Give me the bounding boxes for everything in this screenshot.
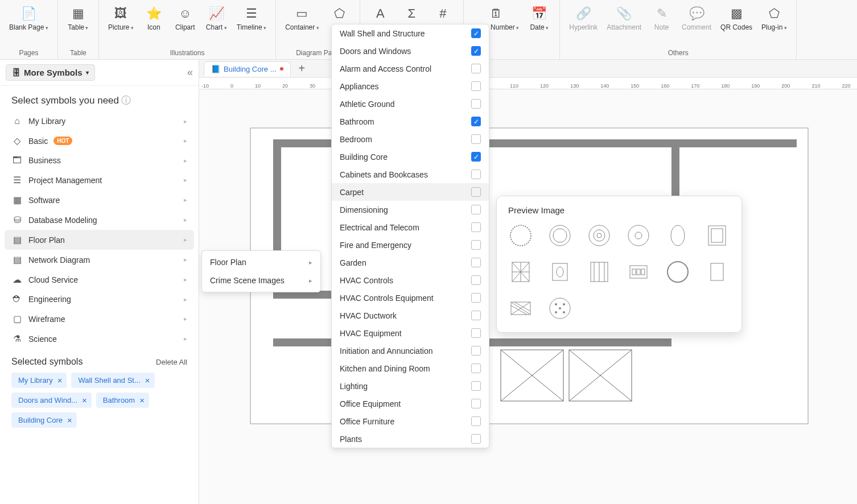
preview-shape-2[interactable]: [587, 223, 612, 248]
ribbon-note-button[interactable]: ✎Note: [646, 2, 677, 48]
tag-my-library[interactable]: My Library×: [11, 373, 67, 388]
category-database-modeling[interactable]: ⛁ Database Modeling ▸: [5, 210, 194, 230]
ribbon-chart-button[interactable]: 📈Chart: [201, 2, 232, 48]
tab-building-core[interactable]: 📘 Building Core ...: [204, 61, 291, 76]
checkbox[interactable]: ✓: [471, 28, 481, 38]
help-icon[interactable]: ⓘ: [121, 94, 131, 107]
symbol-option-fire-and-emergency[interactable]: Fire and Emergency: [332, 236, 489, 254]
symbol-option-kitchen-and-dining-room[interactable]: Kitchen and Dining Room: [332, 360, 489, 377]
ribbon-qr-codes-button[interactable]: ▩QR Codes: [716, 2, 757, 48]
symbol-option-electrical-and-telecom[interactable]: Electrical and Telecom: [332, 218, 489, 236]
symbol-option-athletic-ground[interactable]: Athletic Ground: [332, 95, 489, 113]
checkbox[interactable]: [471, 363, 481, 373]
category-wireframe[interactable]: ▢ Wireframe ▸: [5, 309, 194, 329]
symbol-option-hvac-controls-equipment[interactable]: HVAC Controls Equipment: [332, 289, 489, 307]
preview-shape-7[interactable]: [547, 259, 572, 284]
ribbon-hyperlink-button[interactable]: 🔗Hyperlink: [565, 2, 602, 48]
category-basic[interactable]: ◇ Basic HOT ▸: [5, 131, 194, 151]
symbol-option-hvac-equipment[interactable]: HVAC Equipment: [332, 324, 489, 342]
ribbon-picture-button[interactable]: 🖼Picture: [104, 2, 138, 48]
symbol-option-initiation-and-annunciation[interactable]: Initiation and Annunciation: [332, 342, 489, 360]
category-project-management[interactable]: ☰ Project Management ▸: [5, 170, 194, 190]
category-software[interactable]: ▦ Software ▸: [5, 190, 194, 210]
checkbox[interactable]: [471, 240, 481, 250]
checkbox[interactable]: [471, 275, 481, 285]
checkbox[interactable]: ✓: [471, 152, 481, 162]
symbol-option-hvac-ductwork[interactable]: HVAC Ductwork: [332, 307, 489, 324]
ribbon-comment-button[interactable]: 💬Comment: [677, 2, 716, 48]
remove-tag-icon[interactable]: ×: [145, 375, 150, 385]
symbol-option-appliances[interactable]: Appliances: [332, 77, 489, 95]
symbol-option-building-core[interactable]: Building Core ✓: [332, 148, 489, 166]
checkbox[interactable]: [471, 416, 481, 426]
symbol-option-alarm-and-access-control[interactable]: Alarm and Access Control: [332, 60, 489, 77]
ribbon-icon-button[interactable]: ⭐Icon: [138, 2, 170, 48]
tag-building-core[interactable]: Building Core×: [11, 412, 77, 428]
checkbox[interactable]: [471, 134, 481, 144]
add-tab-button[interactable]: +: [295, 62, 309, 75]
preview-shape-4[interactable]: [665, 223, 690, 248]
tag-doors-and-wind-[interactable]: Doors and Wind...×: [11, 393, 92, 408]
ribbon-timeline-button[interactable]: ☰Timeline: [232, 2, 271, 48]
preview-shape-1[interactable]: [547, 223, 572, 248]
symbol-option-office-furniture[interactable]: Office Furniture: [332, 412, 489, 430]
ribbon-plug-in-button[interactable]: ⬠Plug-in: [757, 2, 792, 48]
symbol-option-bathroom[interactable]: Bathroom ✓: [332, 113, 489, 130]
checkbox[interactable]: [471, 64, 481, 73]
symbol-option-dimensioning[interactable]: Dimensioning: [332, 201, 489, 218]
category-science[interactable]: ⚗ Science ▸: [5, 329, 194, 349]
symbol-option-plants[interactable]: Plants: [332, 430, 489, 448]
preview-shape-0[interactable]: [508, 223, 533, 248]
symbol-option-office-equipment[interactable]: Office Equipment: [332, 395, 489, 412]
preview-shape-8[interactable]: [587, 259, 612, 284]
symbol-option-garden[interactable]: Garden: [332, 254, 489, 271]
ribbon-table-button[interactable]: ▦Table: [63, 2, 94, 48]
preview-shape-5[interactable]: [704, 223, 730, 248]
checkbox[interactable]: [471, 346, 481, 356]
checkbox[interactable]: [471, 81, 481, 91]
category-my-library[interactable]: ⌂ My Library ▸: [5, 111, 194, 131]
ribbon-container-button[interactable]: ▭Container: [281, 2, 324, 48]
symbol-option-wall-shell-and-structure[interactable]: Wall Shell and Structure ✓: [332, 24, 489, 42]
checkbox[interactable]: [471, 311, 481, 320]
category-business[interactable]: 🗔 Business ▸: [5, 151, 194, 170]
checkbox[interactable]: [471, 187, 481, 197]
preview-shape-6[interactable]: [508, 259, 533, 284]
remove-tag-icon[interactable]: ×: [57, 375, 63, 385]
category-floor-plan[interactable]: ▤ Floor Plan ▸: [5, 230, 194, 250]
submenu-crime-scene-images[interactable]: Crime Scene Images▸: [202, 271, 320, 290]
checkbox[interactable]: [471, 222, 481, 232]
remove-tag-icon[interactable]: ×: [67, 415, 72, 425]
ribbon-clipart-button[interactable]: ☺Clipart: [170, 2, 201, 48]
preview-shape-13[interactable]: [547, 296, 572, 321]
more-symbols-button[interactable]: 🗄 More Symbols ▾: [6, 64, 95, 81]
preview-shape-10[interactable]: [665, 259, 690, 284]
checkbox[interactable]: [471, 434, 481, 444]
ribbon-date-button[interactable]: 📅Date: [524, 2, 555, 56]
tag-bathroom[interactable]: Bathroom×: [96, 393, 149, 408]
preview-shape-12[interactable]: [508, 296, 533, 321]
checkbox[interactable]: [471, 205, 481, 214]
ribbon-attachment-button[interactable]: 📎Attachment: [602, 2, 646, 48]
symbol-option-bedroom[interactable]: Bedroom: [332, 130, 489, 148]
symbol-option-hvac-controls[interactable]: HVAC Controls: [332, 271, 489, 289]
category-cloud-service[interactable]: ☁ Cloud Service ▸: [5, 270, 194, 290]
symbol-option-cabinets-and-bookcases[interactable]: Cabinets and Bookcases: [332, 166, 489, 183]
checkbox[interactable]: [471, 258, 481, 267]
collapse-panel-button[interactable]: «: [187, 67, 193, 79]
ribbon-blank-page-button[interactable]: 📄Blank Page: [5, 2, 53, 48]
remove-tag-icon[interactable]: ×: [82, 395, 87, 405]
checkbox[interactable]: [471, 328, 481, 338]
checkbox[interactable]: [471, 399, 481, 408]
preview-shape-9[interactable]: [626, 259, 651, 284]
symbol-option-carpet[interactable]: Carpet: [332, 183, 489, 201]
checkbox[interactable]: [471, 170, 481, 179]
checkbox[interactable]: [471, 293, 481, 303]
preview-shape-11[interactable]: [704, 259, 730, 284]
submenu-floor-plan[interactable]: Floor Plan▸: [202, 253, 320, 271]
symbol-option-doors-and-windows[interactable]: Doors and Windows ✓: [332, 42, 489, 60]
remove-tag-icon[interactable]: ×: [139, 395, 145, 405]
checkbox[interactable]: [471, 99, 481, 109]
checkbox[interactable]: ✓: [471, 46, 481, 56]
category-engineering[interactable]: ⛑ Engineering ▸: [5, 290, 194, 309]
